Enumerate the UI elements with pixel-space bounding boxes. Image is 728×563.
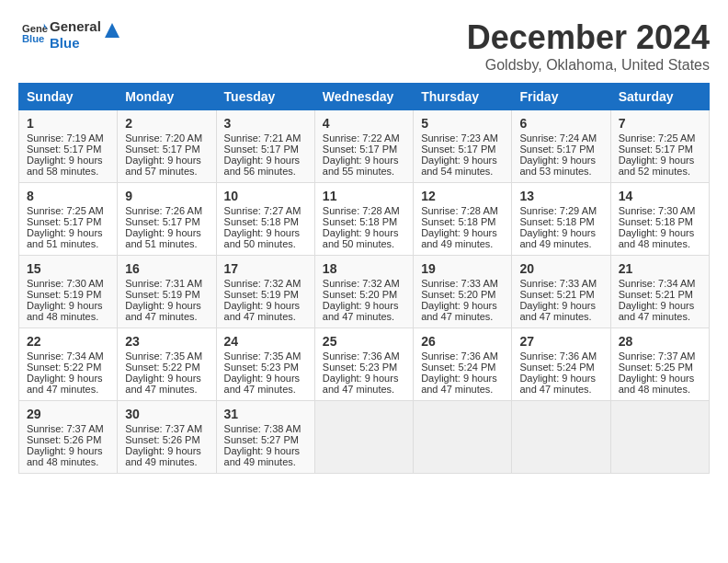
day-info: and 53 minutes.	[519, 166, 602, 177]
day-info: Daylight: 9 hours	[619, 373, 701, 384]
day-info: Sunset: 5:23 PM	[224, 362, 307, 373]
day-cell: 24Sunrise: 7:35 AMSunset: 5:23 PMDayligh…	[216, 328, 314, 401]
day-info: Sunset: 5:18 PM	[224, 216, 307, 227]
day-number: 1	[27, 116, 109, 131]
day-info: and 52 minutes.	[619, 166, 701, 177]
day-info: Daylight: 9 hours	[125, 227, 208, 238]
day-info: Daylight: 9 hours	[323, 155, 405, 166]
day-cell: 31Sunrise: 7:38 AMSunset: 5:27 PMDayligh…	[216, 401, 314, 474]
day-info: Daylight: 9 hours	[421, 373, 504, 384]
day-cell: 1Sunrise: 7:19 AMSunset: 5:17 PMDaylight…	[19, 110, 118, 183]
calendar-table: SundayMondayTuesdayWednesdayThursdayFrid…	[18, 83, 710, 474]
day-cell: 29Sunrise: 7:37 AMSunset: 5:26 PMDayligh…	[19, 401, 118, 474]
day-info: Sunset: 5:26 PM	[125, 434, 208, 445]
day-info: Sunrise: 7:20 AM	[125, 132, 208, 144]
day-info: Daylight: 9 hours	[125, 300, 208, 311]
day-number: 8	[27, 189, 109, 203]
day-info: Daylight: 9 hours	[27, 445, 109, 456]
day-cell: 27Sunrise: 7:36 AMSunset: 5:24 PMDayligh…	[512, 328, 610, 401]
header-row: SundayMondayTuesdayWednesdayThursdayFrid…	[19, 84, 710, 110]
week-row-1: 1Sunrise: 7:19 AMSunset: 5:17 PMDaylight…	[19, 110, 710, 183]
day-info: Sunset: 5:20 PM	[421, 289, 504, 300]
day-info: and 48 minutes.	[619, 384, 701, 395]
day-cell: 25Sunrise: 7:36 AMSunset: 5:23 PMDayligh…	[314, 328, 413, 401]
day-info: Sunset: 5:19 PM	[27, 289, 109, 300]
header-day-sunday: Sunday	[19, 84, 118, 110]
day-info: and 50 minutes.	[224, 238, 307, 249]
day-number: 16	[125, 261, 208, 276]
week-row-4: 22Sunrise: 7:34 AMSunset: 5:22 PMDayligh…	[19, 328, 710, 401]
day-info: Sunset: 5:17 PM	[224, 144, 307, 155]
day-info: Sunrise: 7:36 AM	[421, 350, 504, 362]
month-title: December 2024	[467, 18, 710, 57]
day-info: Sunset: 5:17 PM	[421, 144, 504, 155]
day-cell: 6Sunrise: 7:24 AMSunset: 5:17 PMDaylight…	[512, 110, 610, 183]
day-info: Daylight: 9 hours	[27, 373, 109, 384]
header-day-wednesday: Wednesday	[314, 84, 413, 110]
day-cell: 22Sunrise: 7:34 AMSunset: 5:22 PMDayligh…	[19, 328, 118, 401]
day-cell: 20Sunrise: 7:33 AMSunset: 5:21 PMDayligh…	[512, 256, 610, 328]
day-number: 31	[224, 407, 307, 421]
day-info: Daylight: 9 hours	[125, 373, 208, 384]
day-info: Sunrise: 7:36 AM	[323, 350, 405, 362]
day-info: Daylight: 9 hours	[224, 227, 307, 238]
day-info: Daylight: 9 hours	[323, 227, 405, 238]
day-info: Sunrise: 7:33 AM	[519, 278, 602, 289]
day-cell: 21Sunrise: 7:34 AMSunset: 5:21 PMDayligh…	[610, 256, 709, 328]
day-info: Sunset: 5:18 PM	[323, 216, 405, 227]
day-info: Sunrise: 7:35 AM	[224, 350, 307, 362]
day-info: Daylight: 9 hours	[619, 300, 701, 311]
day-cell: 4Sunrise: 7:22 AMSunset: 5:17 PMDaylight…	[314, 110, 413, 183]
day-info: Sunrise: 7:33 AM	[421, 278, 504, 289]
day-info: and 49 minutes.	[519, 238, 602, 249]
day-cell: 13Sunrise: 7:29 AMSunset: 5:18 PMDayligh…	[512, 183, 610, 256]
day-info: Sunrise: 7:38 AM	[224, 423, 307, 434]
title-area: December 2024 Goldsby, Oklahoma, United …	[467, 18, 710, 74]
day-info: Daylight: 9 hours	[519, 227, 602, 238]
day-number: 9	[125, 189, 208, 203]
day-info: and 48 minutes.	[619, 238, 701, 249]
day-cell: 19Sunrise: 7:33 AMSunset: 5:20 PMDayligh…	[414, 256, 512, 328]
day-info: Sunrise: 7:23 AM	[421, 132, 504, 144]
day-info: and 50 minutes.	[323, 238, 405, 249]
day-info: and 47 minutes.	[421, 311, 504, 322]
day-info: Sunrise: 7:36 AM	[519, 350, 602, 362]
header-day-saturday: Saturday	[610, 84, 709, 110]
day-info: Sunset: 5:21 PM	[519, 289, 602, 300]
logo-line1: General	[50, 18, 101, 35]
day-number: 15	[27, 261, 109, 276]
day-info: and 54 minutes.	[421, 166, 504, 177]
day-cell	[314, 401, 413, 474]
day-info: and 55 minutes.	[323, 166, 405, 177]
day-cell: 18Sunrise: 7:32 AMSunset: 5:20 PMDayligh…	[314, 256, 413, 328]
day-info: Sunset: 5:27 PM	[224, 434, 307, 445]
day-info: and 47 minutes.	[421, 384, 504, 395]
day-number: 23	[125, 334, 208, 349]
location-title: Goldsby, Oklahoma, United States	[467, 57, 710, 74]
day-cell: 14Sunrise: 7:30 AMSunset: 5:18 PMDayligh…	[610, 183, 709, 256]
day-cell: 30Sunrise: 7:37 AMSunset: 5:26 PMDayligh…	[118, 401, 216, 474]
day-info: Sunset: 5:19 PM	[224, 289, 307, 300]
day-number: 2	[125, 116, 208, 131]
day-number: 24	[224, 334, 307, 349]
day-info: Sunset: 5:21 PM	[619, 289, 701, 300]
day-info: Sunset: 5:20 PM	[323, 289, 405, 300]
day-info: Sunrise: 7:22 AM	[323, 132, 405, 144]
day-info: Daylight: 9 hours	[224, 155, 307, 166]
day-info: Daylight: 9 hours	[619, 155, 701, 166]
day-cell: 5Sunrise: 7:23 AMSunset: 5:17 PMDaylight…	[414, 110, 512, 183]
header-day-tuesday: Tuesday	[216, 84, 314, 110]
day-cell: 28Sunrise: 7:37 AMSunset: 5:25 PMDayligh…	[610, 328, 709, 401]
day-cell: 2Sunrise: 7:20 AMSunset: 5:17 PMDaylight…	[118, 110, 216, 183]
day-info: Daylight: 9 hours	[421, 300, 504, 311]
header-day-friday: Friday	[512, 84, 610, 110]
day-number: 10	[224, 189, 307, 203]
day-cell: 15Sunrise: 7:30 AMSunset: 5:19 PMDayligh…	[19, 256, 118, 328]
day-info: Daylight: 9 hours	[421, 227, 504, 238]
day-cell: 26Sunrise: 7:36 AMSunset: 5:24 PMDayligh…	[414, 328, 512, 401]
day-info: Daylight: 9 hours	[224, 445, 307, 456]
day-info: Daylight: 9 hours	[125, 445, 208, 456]
day-number: 19	[421, 261, 504, 276]
day-number: 13	[519, 189, 602, 203]
day-number: 29	[27, 407, 109, 421]
